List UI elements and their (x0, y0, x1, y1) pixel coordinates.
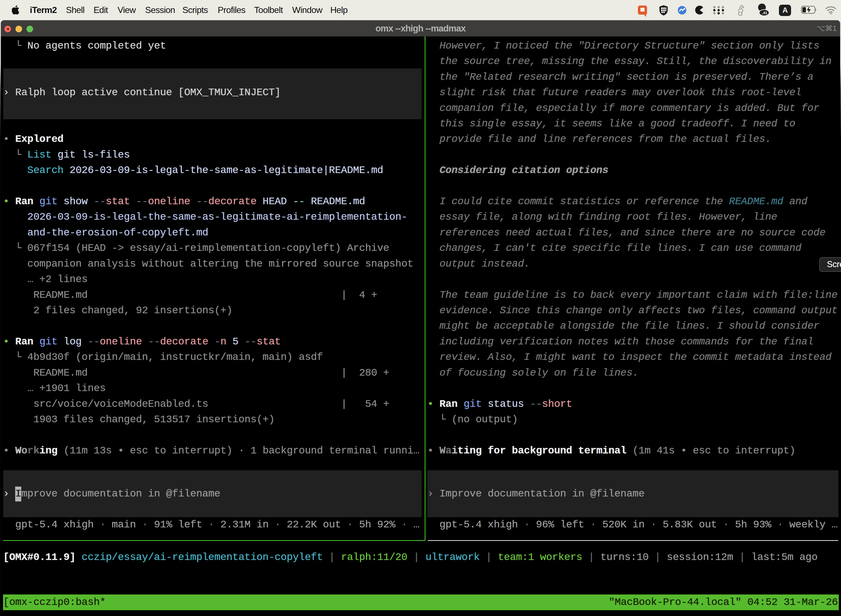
svg-text:..61: ..61 (762, 11, 768, 15)
